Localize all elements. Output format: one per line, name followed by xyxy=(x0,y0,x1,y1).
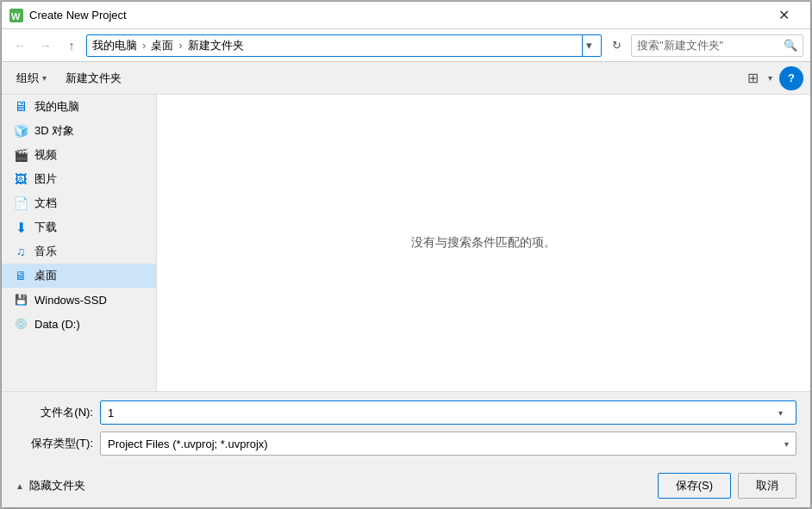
sidebar: 🖥 我的电脑 🧊 3D 对象 🎬 视频 🖼 图片 xyxy=(2,95,157,391)
path-segment-1: 我的电脑 xyxy=(92,38,137,53)
3d-icon: 🧊 xyxy=(12,122,29,140)
hide-folders-arrow-icon: ▲ xyxy=(16,481,24,491)
save-button[interactable]: 保存(S) xyxy=(658,473,731,499)
cancel-button[interactable]: 取消 xyxy=(738,473,796,499)
filename-label: 文件名(N): xyxy=(16,405,93,420)
filetype-row: 保存类型(T): Project Files (*.uvproj; *.uvpr… xyxy=(16,431,796,456)
sidebar-item-ssd[interactable]: 💾 Windows-SSD xyxy=(2,288,156,312)
filename-input[interactable] xyxy=(108,407,771,419)
new-folder-button[interactable]: 新建文件夹 xyxy=(58,66,129,90)
help-label: ? xyxy=(788,71,795,84)
create-new-project-dialog: W Create New Project ✕ ← → ↑ 我的电脑 › 桌面 ›… xyxy=(1,1,811,508)
sidebar-item-3d[interactable]: 🧊 3D 对象 xyxy=(2,119,156,143)
sidebar-label-download: 下载 xyxy=(34,220,57,235)
photo-icon: 🖼 xyxy=(12,171,29,188)
search-text-placeholder: 搜索"新建文件夹" xyxy=(637,38,723,53)
organize-arrow-icon: ▾ xyxy=(42,73,47,83)
file-fields: 文件名(N): ▾ 保存类型(T): Project Files (*.uvpr… xyxy=(16,400,796,456)
search-icon: 🔍 xyxy=(784,39,797,52)
path-separator-1: › xyxy=(142,39,146,52)
sidebar-label-data: Data (D:) xyxy=(34,318,80,331)
sidebar-item-photo[interactable]: 🖼 图片 xyxy=(2,167,156,191)
view-dropdown-arrow-icon: ▾ xyxy=(768,73,772,83)
download-icon: ⬇ xyxy=(12,219,29,236)
path-dropdown-arrow[interactable]: ▾ xyxy=(582,34,596,57)
sidebar-label-3d: 3D 对象 xyxy=(34,123,74,139)
sidebar-item-pc[interactable]: 🖥 我的电脑 xyxy=(2,95,156,119)
filename-input-wrapper[interactable]: ▾ xyxy=(100,400,796,425)
filetype-dropdown[interactable]: Project Files (*.uvproj; *.uvprojx) ▾ xyxy=(100,431,796,456)
video-icon: 🎬 xyxy=(12,146,29,164)
svg-text:W: W xyxy=(11,11,21,22)
up-button[interactable]: ↑ xyxy=(60,34,83,57)
path-segment-3: 新建文件夹 xyxy=(188,38,244,53)
sidebar-item-download[interactable]: ⬇ 下载 xyxy=(2,215,156,239)
doc-icon: 📄 xyxy=(12,195,29,212)
desktop-icon: 🖥 xyxy=(12,267,29,284)
path-separator-2: › xyxy=(178,39,182,52)
filetype-dropdown-arrow-icon: ▾ xyxy=(784,439,789,449)
organize-button[interactable]: 组织 ▾ xyxy=(9,66,54,90)
view-dropdown[interactable]: ⊞ ▾ xyxy=(737,65,776,92)
sidebar-label-doc: 文档 xyxy=(34,196,57,211)
sidebar-label-video: 视频 xyxy=(34,147,57,163)
bottom-area: 文件名(N): ▾ 保存类型(T): Project Files (*.uvpr… xyxy=(2,391,810,464)
path-segment-2: 桌面 xyxy=(151,38,173,53)
organize-label: 组织 xyxy=(16,71,39,86)
toolbar: 组织 ▾ 新建文件夹 ⊞ ▾ ? xyxy=(2,62,810,95)
back-button[interactable]: ← xyxy=(9,34,31,57)
empty-message: 没有与搜索条件匹配的项。 xyxy=(411,235,556,251)
view-icon: ⊞ xyxy=(740,66,765,90)
sidebar-item-doc[interactable]: 📄 文档 xyxy=(2,191,156,215)
hdd-icon: 💿 xyxy=(12,315,29,332)
search-box[interactable]: 搜索"新建文件夹" 🔍 xyxy=(631,34,803,57)
refresh-button[interactable]: ↻ xyxy=(605,34,628,57)
sidebar-label-desktop: 桌面 xyxy=(34,268,57,283)
filetype-label: 保存类型(T): xyxy=(16,436,93,451)
sidebar-label-ssd: Windows-SSD xyxy=(34,294,107,307)
ssd-icon: 💾 xyxy=(12,291,29,308)
content-area: 没有与搜索条件匹配的项。 xyxy=(157,95,810,391)
help-button[interactable]: ? xyxy=(779,66,803,90)
hide-folders-toggle[interactable]: ▲ 隐藏文件夹 xyxy=(16,478,85,493)
sidebar-label-photo: 图片 xyxy=(34,171,57,187)
filename-row: 文件名(N): ▾ xyxy=(16,400,796,425)
sidebar-item-data[interactable]: 💿 Data (D:) xyxy=(2,312,156,336)
address-bar: ← → ↑ 我的电脑 › 桌面 › 新建文件夹 ▾ ↻ 搜索"新建文件夹" 🔍 xyxy=(2,29,810,62)
main-area: 🖥 我的电脑 🧊 3D 对象 🎬 视频 🖼 图片 xyxy=(2,95,810,391)
app-icon: W xyxy=(9,8,24,23)
filetype-value: Project Files (*.uvproj; *.uvprojx) xyxy=(108,438,268,450)
action-row: ▲ 隐藏文件夹 保存(S) 取消 xyxy=(2,464,810,507)
filename-dropdown-btn[interactable]: ▾ xyxy=(771,401,789,424)
close-button[interactable]: ✕ xyxy=(764,2,803,29)
sidebar-item-video[interactable]: 🎬 视频 xyxy=(2,143,156,167)
sidebar-item-music[interactable]: ♫ 音乐 xyxy=(2,239,156,264)
address-path[interactable]: 我的电脑 › 桌面 › 新建文件夹 ▾ xyxy=(86,34,602,57)
music-icon: ♫ xyxy=(12,243,29,260)
pc-icon: 🖥 xyxy=(12,98,29,115)
forward-button[interactable]: → xyxy=(34,34,57,57)
dialog-title: Create New Project xyxy=(29,9,764,22)
sidebar-label-music: 音乐 xyxy=(34,244,57,259)
new-folder-label: 新建文件夹 xyxy=(66,71,122,86)
title-bar: W Create New Project ✕ xyxy=(2,2,810,29)
sidebar-label-pc: 我的电脑 xyxy=(34,99,79,115)
hide-folders-label: 隐藏文件夹 xyxy=(29,478,85,493)
sidebar-item-desktop[interactable]: 🖥 桌面 xyxy=(2,264,156,288)
